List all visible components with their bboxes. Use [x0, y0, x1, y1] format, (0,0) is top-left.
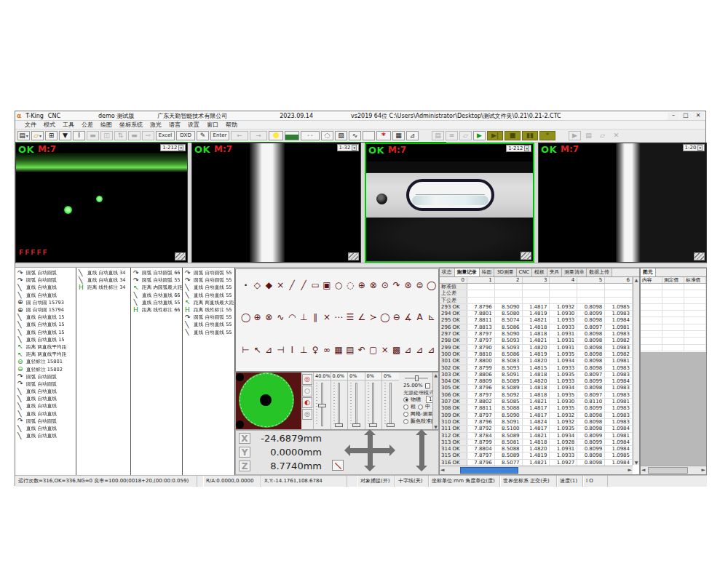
stage-down-icon[interactable]: ▬: [128, 131, 141, 140]
menu-item[interactable]: 设置: [184, 121, 203, 129]
dimension-tool-icon[interactable]: ↶: [356, 344, 367, 356]
measure-tool-icon[interactable]: ╱: [287, 279, 298, 292]
element-list-item[interactable]: ╲直线 自动直线 34: [76, 276, 130, 284]
element-list-item[interactable]: H距离 线性标注 55: [183, 306, 234, 314]
table-row[interactable]: 308 OK7.88118.50881.48171.09350.80991.09…: [440, 405, 633, 412]
element-list-item[interactable]: ↷圆弧 自动圆弧: [15, 269, 76, 276]
dimension-tool-icon[interactable]: ⊿: [264, 344, 274, 356]
menu-item[interactable]: 公差: [78, 121, 97, 129]
menu-item[interactable]: 坐标系统: [116, 121, 146, 129]
menu-item[interactable]: 绘图: [97, 121, 116, 129]
table-row[interactable]: 304 OK7.88098.50891.48201.09330.80991.09…: [440, 378, 633, 385]
panel-icon[interactable]: ▬: [87, 131, 99, 140]
menu-item[interactable]: 模式: [40, 121, 59, 129]
diagonal-move-button[interactable]: [332, 460, 344, 471]
probe-icon[interactable]: ▼: [59, 131, 71, 140]
resize-grip-icon[interactable]: [175, 252, 186, 260]
folder-run-icon[interactable]: ▱: [459, 131, 472, 140]
element-list-item[interactable]: ⊖直径标注 15802: [15, 365, 76, 372]
element-list-item[interactable]: ↷圆弧 自动圆弧: [15, 418, 76, 425]
light-segment-button[interactable]: ○: [302, 386, 312, 396]
primitives-row[interactable]: [641, 338, 706, 344]
master-light-slider[interactable]: [405, 375, 428, 381]
curve-icon[interactable]: ∿: [349, 131, 361, 140]
dimension-tool-icon[interactable]: ▢: [368, 344, 379, 356]
dimension-tool-icon[interactable]: ∞: [322, 344, 333, 356]
resize-grip-icon[interactable]: [348, 252, 359, 260]
table-row[interactable]: 302 OK7.87998.50931.48151.09330.80981.09…: [440, 365, 633, 372]
grid-measure-radio[interactable]: [403, 412, 408, 417]
table-row[interactable]: 305 OK7.87968.50891.48181.09340.80981.09…: [440, 385, 633, 391]
table-row[interactable]: 306 OK7.87978.50921.48181.09350.80971.09…: [440, 392, 633, 399]
dimension-tool-icon[interactable]: ⊥: [298, 344, 309, 356]
horizontal-scrollbar[interactable]: ◄►: [641, 466, 706, 474]
table-row[interactable]: 301 OK7.88008.50831.48201.09340.80981.09…: [440, 358, 633, 364]
dimension-tool-icon[interactable]: ⊢: [240, 344, 251, 356]
measure-tool-icon[interactable]: ▣: [322, 279, 333, 292]
element-list-item[interactable]: ╲直线 自动直线: [15, 410, 76, 418]
table-row[interactable]: 314 OK7.88048.50881.48201.09310.80991.09…: [440, 446, 633, 453]
construct-tool-icon[interactable]: ∿: [275, 311, 286, 324]
element-list-item[interactable]: ╲直线 自动直线 15: [15, 314, 76, 321]
measure-tool-icon[interactable]: ↷: [391, 279, 402, 292]
measure-tool-icon[interactable]: ◇: [252, 279, 263, 292]
beam-tool-icon[interactable]: I: [73, 131, 85, 140]
construct-tool-icon[interactable]: ⊕: [252, 311, 263, 324]
align-icon[interactable]: ⇅: [114, 131, 127, 140]
close-tool-icon[interactable]: ✕: [610, 131, 622, 140]
construct-tool-icon[interactable]: ×: [322, 311, 333, 324]
table-row[interactable]: 294 OK7.88018.50801.48191.09300.80991.09…: [440, 311, 633, 317]
resize-grip-icon[interactable]: [694, 252, 705, 260]
dimension-tool-icon[interactable]: ×: [379, 344, 390, 356]
camera-range-dropdown[interactable]: 1-32▾: [337, 144, 359, 151]
element-list-item[interactable]: H距离 线性标注 34: [76, 284, 130, 291]
primitives-row[interactable]: [641, 290, 706, 297]
measure-tool-icon[interactable]: ⊕: [356, 279, 367, 292]
table-row[interactable]: 299 OK7.87908.50931.48201.09310.80981.09…: [440, 345, 633, 351]
horizontal-splitter[interactable]: [15, 263, 707, 268]
table-tab[interactable]: 模板: [532, 268, 547, 276]
element-list-item[interactable]: ⊖直径标注 15801: [15, 358, 76, 365]
menu-item[interactable]: 工具: [59, 121, 78, 129]
light-slider[interactable]: 0.0%: [331, 372, 348, 429]
measure-tool-icon[interactable]: ·: [240, 279, 251, 292]
element-list-item[interactable]: ╲直线 自动直线 55: [183, 329, 234, 336]
dimension-tool-icon[interactable]: ▦: [333, 344, 344, 356]
element-list-item[interactable]: ╲直线 自动直线 66: [131, 292, 182, 299]
table-row[interactable]: 下公差: [440, 298, 633, 304]
measure-tool-icon[interactable]: ⊙: [379, 279, 390, 292]
resize-grip-icon[interactable]: [521, 252, 531, 260]
run-to-end-icon[interactable]: ▶|: [487, 131, 503, 140]
primitives-row[interactable]: [641, 298, 706, 304]
construct-tool-icon[interactable]: ☰: [344, 311, 355, 324]
element-list-item[interactable]: ╲直线 自动直线 55: [131, 299, 182, 306]
forward-icon[interactable]: →: [250, 131, 267, 140]
excel-button[interactable]: Excel: [156, 131, 175, 140]
table-row[interactable]: 312 OK7.87848.50891.48211.09340.80991.09…: [440, 433, 633, 439]
primitives-row[interactable]: [641, 304, 706, 311]
table-row[interactable]: 296 OK7.88138.50861.48181.09330.80971.09…: [440, 324, 633, 331]
light-slider[interactable]: 0%: [381, 372, 399, 429]
enter-button[interactable]: Enter: [210, 131, 229, 140]
element-list-item[interactable]: ╲直线 自动直线: [15, 425, 76, 432]
dimension-tool-icon[interactable]: I: [287, 344, 298, 356]
chart-icon[interactable]: ⊿: [406, 131, 419, 140]
primitives-row[interactable]: [641, 324, 706, 331]
save-icon[interactable]: ▤: [17, 131, 30, 140]
dash-button[interactable]: - -: [301, 131, 320, 140]
ring-light-preview[interactable]: [236, 372, 301, 429]
slider-thumb[interactable]: [352, 423, 360, 427]
blank-button[interactable]: [363, 131, 375, 140]
table-tab[interactable]: 数据上传: [587, 268, 612, 276]
menu-item[interactable]: 语言: [165, 121, 184, 129]
measure-tool-icon[interactable]: ⊜: [414, 279, 425, 292]
table-tab[interactable]: 3D测量: [494, 268, 516, 276]
options-scrollbar[interactable]: ▲▼: [432, 372, 438, 429]
element-list-item[interactable]: ↖距离 两直线最大距: [183, 299, 234, 306]
annotate-icon[interactable]: ✎: [197, 131, 209, 140]
element-list-item[interactable]: ↖距离 两直线平均距: [15, 351, 76, 358]
table-tab[interactable]: 测量清单: [562, 268, 587, 276]
dxd-button[interactable]: DXD: [176, 131, 195, 140]
table-tab[interactable]: 测量记录: [455, 268, 480, 276]
light-segment-button[interactable]: ◐: [302, 397, 312, 408]
